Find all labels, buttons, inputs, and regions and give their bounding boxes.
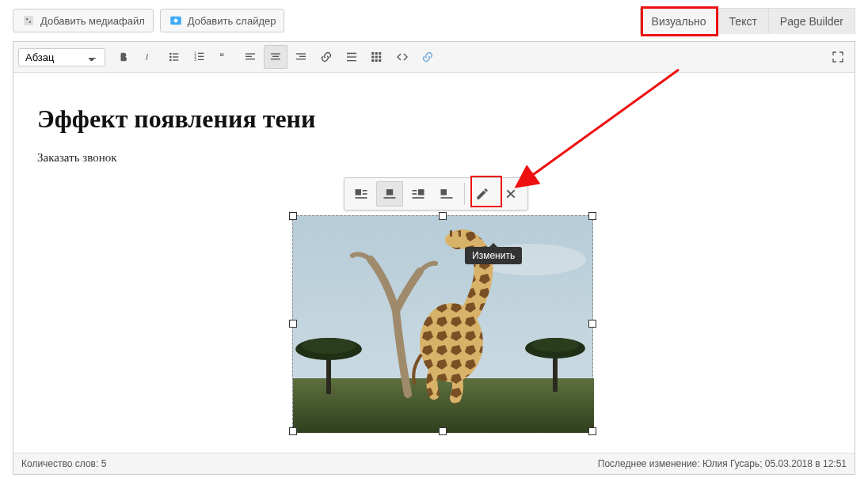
svg-text:3: 3 <box>194 58 196 62</box>
resize-handle-mr[interactable] <box>588 320 596 328</box>
resize-handle-tc[interactable] <box>439 212 447 220</box>
editor: Абзац B I 123 “ Эффект появления тени За… <box>13 41 855 475</box>
svg-rect-35 <box>375 59 378 62</box>
format-select[interactable]: Абзац <box>18 48 105 66</box>
shortcode-button[interactable] <box>416 45 440 69</box>
image-content <box>293 216 592 431</box>
editor-content[interactable]: Эффект появления тени Заказать звонок Из… <box>13 73 855 453</box>
readmore-button[interactable] <box>340 45 364 69</box>
svg-text:“: “ <box>219 51 224 63</box>
media-icon <box>21 13 36 28</box>
img-align-center-button[interactable] <box>376 181 403 207</box>
svg-rect-42 <box>384 197 396 199</box>
svg-rect-62 <box>459 230 461 237</box>
svg-rect-10 <box>198 53 204 54</box>
svg-rect-26 <box>347 56 356 57</box>
add-slider-label: Добавить слайдер <box>188 15 276 27</box>
svg-point-3 <box>169 53 172 55</box>
paragraph-text: Заказать звонок <box>37 151 831 165</box>
post-title: Эффект появления тени <box>37 104 831 134</box>
resize-handle-ml[interactable] <box>289 320 297 328</box>
tab-page-builder[interactable]: Page Builder <box>768 8 855 34</box>
img-edit-button[interactable] <box>469 181 496 207</box>
ol-button[interactable]: 123 <box>188 45 211 69</box>
selected-image[interactable] <box>292 215 593 432</box>
resize-handle-bc[interactable] <box>439 427 447 435</box>
add-slider-button[interactable]: Добавить слайдер <box>160 9 285 32</box>
img-align-left-button[interactable] <box>348 181 375 207</box>
svg-rect-6 <box>173 56 178 57</box>
svg-rect-33 <box>379 56 381 59</box>
svg-rect-24 <box>296 59 306 59</box>
svg-rect-47 <box>441 189 447 195</box>
resize-handle-tl[interactable] <box>289 212 297 220</box>
resize-handle-br[interactable] <box>588 427 596 435</box>
svg-text:I: I <box>146 52 148 62</box>
svg-point-60 <box>445 232 467 248</box>
add-media-button[interactable]: Добавить медиафайл <box>13 9 154 32</box>
blockquote-button[interactable]: “ <box>213 45 237 69</box>
tooltip-edit: Изменить <box>465 247 522 264</box>
svg-rect-17 <box>246 56 252 57</box>
svg-rect-19 <box>271 53 280 54</box>
align-center-button[interactable] <box>264 45 287 69</box>
svg-rect-46 <box>413 197 424 199</box>
svg-rect-21 <box>271 59 280 59</box>
svg-point-55 <box>302 338 356 354</box>
svg-rect-23 <box>299 56 306 57</box>
svg-rect-27 <box>347 60 356 61</box>
svg-rect-40 <box>356 197 367 199</box>
image-toolbar <box>344 177 528 210</box>
svg-text:B: B <box>120 52 127 62</box>
svg-rect-28 <box>371 52 374 55</box>
align-right-button[interactable] <box>289 45 313 69</box>
svg-rect-37 <box>356 189 362 195</box>
last-edit: Последнее изменение: Юлия Гусарь; 05.03.… <box>598 458 847 469</box>
svg-rect-29 <box>375 52 378 55</box>
align-left-button[interactable] <box>238 45 262 69</box>
svg-rect-22 <box>296 53 306 54</box>
word-count: Количество слов: 5 <box>21 458 106 469</box>
svg-rect-36 <box>379 59 381 62</box>
svg-rect-32 <box>375 56 378 59</box>
svg-rect-14 <box>198 59 204 60</box>
svg-rect-20 <box>272 56 279 57</box>
svg-rect-50 <box>293 378 594 433</box>
svg-rect-43 <box>418 189 424 195</box>
tab-text[interactable]: Текст <box>718 8 769 34</box>
editor-tabs: Визуально Текст Page Builder <box>641 8 855 34</box>
resize-handle-bl[interactable] <box>289 427 297 435</box>
svg-point-5 <box>169 56 172 59</box>
svg-rect-61 <box>450 230 452 237</box>
svg-rect-8 <box>173 59 178 60</box>
status-bar: Количество слов: 5 Последнее изменение: … <box>13 453 855 474</box>
svg-point-7 <box>169 59 172 62</box>
italic-button[interactable]: I <box>137 45 161 69</box>
link-button[interactable] <box>314 45 338 69</box>
fullscreen-button[interactable] <box>826 45 850 69</box>
resize-handle-tr[interactable] <box>588 212 596 220</box>
svg-rect-30 <box>379 52 381 55</box>
editor-toolbar: Абзац B I 123 “ <box>13 42 855 73</box>
toolbar-toggle-button[interactable] <box>365 45 389 69</box>
svg-rect-45 <box>413 193 417 195</box>
bold-button[interactable]: B <box>112 45 135 69</box>
code-button[interactable] <box>390 45 414 69</box>
img-remove-button[interactable] <box>497 181 524 207</box>
svg-rect-18 <box>246 59 255 59</box>
ul-button[interactable] <box>162 45 186 69</box>
img-align-right-button[interactable] <box>405 181 432 207</box>
svg-rect-44 <box>413 190 417 192</box>
img-align-none-button[interactable] <box>433 181 460 207</box>
slider-icon <box>169 13 183 28</box>
svg-rect-41 <box>386 189 393 195</box>
svg-rect-38 <box>363 190 367 192</box>
svg-rect-34 <box>371 59 374 62</box>
svg-point-58 <box>531 338 579 352</box>
svg-rect-16 <box>246 53 255 54</box>
svg-rect-31 <box>371 56 374 59</box>
svg-rect-4 <box>173 53 178 54</box>
tab-visual[interactable]: Визуально <box>640 8 718 34</box>
svg-rect-25 <box>347 53 356 54</box>
svg-rect-48 <box>441 197 453 199</box>
